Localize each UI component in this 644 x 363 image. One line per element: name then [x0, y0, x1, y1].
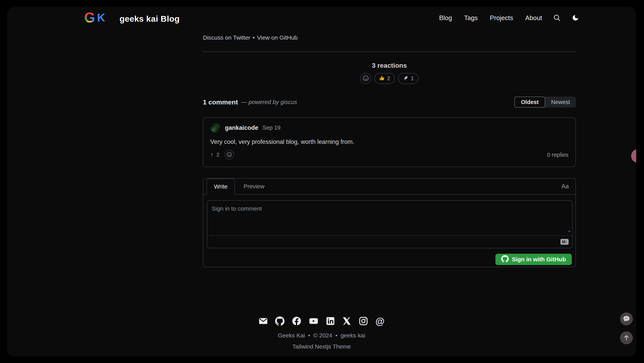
- theme-link[interactable]: Tailwind Nextjs Theme: [292, 343, 351, 350]
- markdown-icon[interactable]: M↓: [560, 239, 569, 245]
- reaction-rocket-button[interactable]: 1: [398, 73, 418, 84]
- thumbs-up-icon: [379, 75, 385, 82]
- site-title[interactable]: geeks kai Blog: [120, 14, 180, 24]
- x-icon: [342, 317, 351, 326]
- instagram-icon: [359, 316, 368, 327]
- mail-icon: [259, 317, 268, 326]
- comment-footer: ↑ 2 0 replies: [210, 150, 568, 159]
- threads-icon: @: [376, 317, 385, 326]
- up-arrow-icon: ↑: [210, 151, 214, 158]
- github-icon: [501, 255, 509, 264]
- nav-link-blog[interactable]: Blog: [439, 14, 452, 22]
- resize-grip-icon[interactable]: [568, 230, 570, 233]
- instagram-link[interactable]: [359, 316, 368, 327]
- comment-input-box: M↓: [207, 200, 572, 248]
- comment-composer: Write Preview Aa M↓ Sign in with GitHub: [203, 178, 576, 267]
- footer-year: © 2024: [313, 332, 332, 339]
- github-link[interactable]: [275, 316, 284, 327]
- reaction-thumbs-up-button[interactable]: 2: [374, 73, 395, 84]
- text-format-button[interactable]: Aa: [560, 183, 570, 190]
- arrow-up-icon: [623, 334, 630, 342]
- footer-sitename: geeks kai: [340, 332, 365, 339]
- comment-textarea[interactable]: [208, 201, 572, 234]
- facebook-icon: [292, 316, 301, 327]
- powered-by-giscus: — powered by giscus: [241, 99, 297, 105]
- threads-link[interactable]: @: [376, 317, 385, 326]
- logo-k-mark: K: [97, 10, 105, 24]
- nav-link-tags[interactable]: Tags: [464, 14, 478, 22]
- reactions-heading: 3 reactions: [203, 62, 576, 69]
- linkedin-icon: [326, 317, 335, 326]
- comment-author[interactable]: gankaicode: [225, 124, 258, 131]
- comment-header: gankaicode Sep 19: [210, 123, 568, 133]
- reaction-count: 2: [387, 75, 390, 82]
- comments-header: 1 comment — powered by giscus Oldest New…: [203, 96, 576, 108]
- post-share-links: Discuss on Twitter•View on GitHub: [203, 34, 298, 41]
- social-links: @: [7, 316, 636, 327]
- site-logo[interactable]: G K: [84, 10, 105, 24]
- theme-toggle-button[interactable]: [572, 14, 579, 22]
- smiley-add-reaction-icon: [362, 75, 369, 82]
- comment-date[interactable]: Sep 19: [263, 124, 280, 131]
- reaction-count: 1: [411, 75, 414, 82]
- footer-theme: Tailwind Nextjs Theme: [7, 343, 636, 350]
- search-button[interactable]: [553, 14, 561, 22]
- github-icon: [275, 316, 284, 327]
- comment-add-reaction-button[interactable]: [224, 150, 234, 159]
- facebook-link[interactable]: [292, 316, 301, 327]
- section-divider: [203, 51, 576, 52]
- comments-count: 1 comment: [203, 98, 238, 106]
- x-link[interactable]: [342, 317, 351, 326]
- nav-link-projects[interactable]: Projects: [490, 14, 513, 22]
- reactions-row: 2 1: [203, 73, 576, 84]
- sort-toggle: Oldest Newest: [514, 97, 576, 107]
- avatar[interactable]: [210, 123, 221, 133]
- sort-newest-button[interactable]: Newest: [545, 97, 576, 107]
- scroll-to-comments-button[interactable]: [620, 313, 633, 325]
- logo-g-mark: G: [84, 10, 95, 24]
- nav-link-about[interactable]: About: [525, 14, 542, 22]
- sign-in-label: Sign in with GitHub: [512, 256, 566, 263]
- markdown-row: M↓: [208, 235, 572, 248]
- discuss-twitter-link[interactable]: Discuss on Twitter: [203, 34, 250, 41]
- replies-count: 0 replies: [547, 152, 568, 158]
- links-separator: •: [253, 34, 255, 41]
- linkedin-link[interactable]: [326, 317, 335, 326]
- footer-separator: •: [335, 332, 338, 339]
- tab-preview[interactable]: Preview: [235, 179, 273, 194]
- feedback-peek-widget[interactable]: [631, 149, 636, 163]
- blog-page: G K geeks kai Blog Blog Tags Projects Ab…: [7, 7, 636, 356]
- tab-write[interactable]: Write: [206, 179, 235, 195]
- rocket-icon: [403, 75, 408, 82]
- comment-body: Very cool, very professional blog, worth…: [210, 138, 568, 145]
- main-nav: Blog Tags Projects About: [439, 12, 579, 23]
- smiley-icon: [226, 152, 232, 158]
- scroll-to-top-button[interactable]: [620, 331, 633, 344]
- upvote-count: 2: [216, 152, 220, 158]
- footer-author: Geeks Kai: [278, 332, 305, 339]
- youtube-icon: [309, 316, 318, 327]
- comment-card: gankaicode Sep 19 Very cool, very profes…: [203, 117, 576, 167]
- sign-in-github-button[interactable]: Sign in with GitHub: [496, 254, 572, 265]
- sort-oldest-button[interactable]: Oldest: [514, 97, 545, 107]
- footer-separator: •: [308, 332, 310, 339]
- search-icon: [553, 14, 561, 22]
- chat-bubble-icon: [623, 315, 630, 323]
- mail-link[interactable]: [259, 317, 268, 326]
- footer-copyright: Geeks Kai•© 2024•geeks kai: [7, 332, 636, 339]
- view-github-link[interactable]: View on GitHub: [257, 34, 298, 41]
- composer-tabbar: Write Preview Aa: [203, 179, 576, 195]
- youtube-link[interactable]: [309, 316, 318, 327]
- upvote-button[interactable]: ↑: [210, 151, 214, 158]
- moon-icon: [572, 14, 579, 22]
- add-reaction-button[interactable]: [360, 73, 371, 84]
